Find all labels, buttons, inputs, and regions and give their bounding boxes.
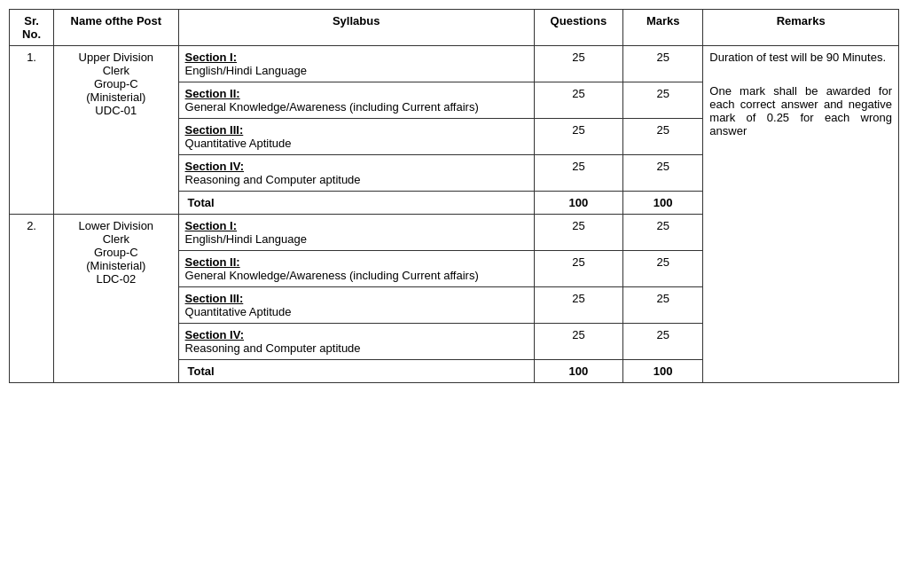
syllabus-cell: Section III:Quantitative Aptitude [178,287,534,324]
questions-cell: 25 [534,215,622,251]
header-syllabus: Syllabus [178,10,534,46]
questions-cell: 25 [534,46,622,82]
syllabus-cell: Section I:English/Hindi Language [178,46,534,82]
header-name: Name ofthe Post [54,10,178,46]
syllabus-cell: Section IV:Reasoning and Computer aptitu… [178,324,534,360]
questions-cell: 25 [534,155,622,192]
marks-cell: 25 [623,82,703,119]
marks-cell: 25 [623,324,703,360]
syllabus-cell: Section IV:Reasoning and Computer aptitu… [178,155,534,192]
header-marks: Marks [623,10,703,46]
marks-cell: 25 [623,46,703,82]
total-questions-cell: 100 [534,360,622,383]
questions-cell: 25 [534,82,622,119]
post-name-cell: Upper DivisionClerkGroup-C(Ministerial)U… [54,46,178,215]
questions-cell: 25 [534,251,622,287]
post-name-cell: Lower DivisionClerkGroup-C(Ministerial)L… [54,215,178,383]
syllabus-cell: Section II:General Knowledge/Awareness (… [178,251,534,287]
questions-cell: 25 [534,119,622,155]
questions-cell: 25 [534,287,622,324]
total-label-cell: Total [178,360,534,383]
sr-no-cell: 1. [10,46,54,215]
marks-cell: 25 [623,155,703,192]
header-questions: Questions [534,10,622,46]
marks-cell: 25 [623,251,703,287]
total-questions-cell: 100 [534,192,622,215]
questions-cell: 25 [534,324,622,360]
syllabus-cell: Section II:General Knowledge/Awareness (… [178,82,534,119]
header-sr-no: Sr. No. [10,10,54,46]
syllabus-cell: Section I:English/Hindi Language [178,215,534,251]
total-label-cell: Total [178,192,534,215]
sr-no-cell: 2. [10,215,54,383]
syllabus-cell: Section III:Quantitative Aptitude [178,119,534,155]
marks-cell: 25 [623,215,703,251]
total-marks-cell: 100 [623,360,703,383]
remarks-cell: Duration of test will be 90 Minutes.One … [703,46,899,383]
header-remarks: Remarks [703,10,899,46]
table-row: 1.Upper DivisionClerkGroup-C(Ministerial… [10,46,899,82]
marks-cell: 25 [623,119,703,155]
marks-cell: 25 [623,287,703,324]
total-marks-cell: 100 [623,192,703,215]
